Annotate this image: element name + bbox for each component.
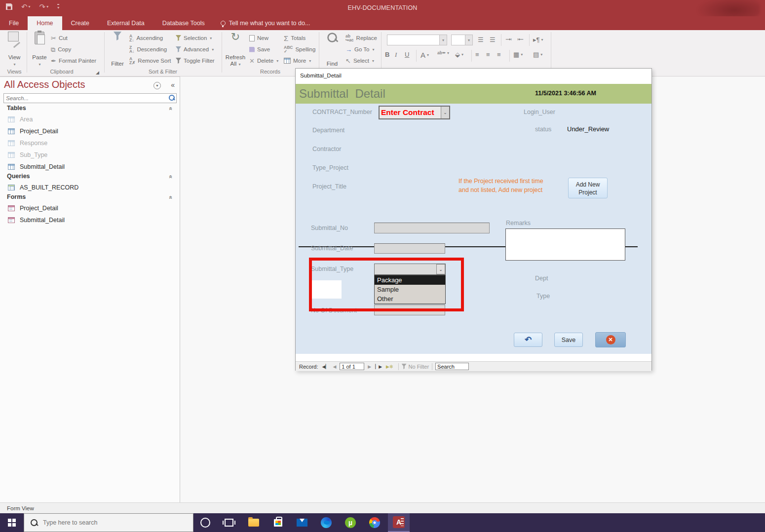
mail-button[interactable] <box>291 513 313 532</box>
tab-database-tools[interactable]: Database Tools <box>153 16 214 30</box>
clipboard-dialog-launcher[interactable]: ◢ <box>96 68 99 77</box>
format-painter-button[interactable]: ✒Format Painter <box>51 56 96 66</box>
last-record-icon[interactable]: ▏▶ <box>375 364 382 369</box>
taskbar-search-box[interactable] <box>24 513 193 532</box>
file-explorer-button[interactable] <box>243 513 265 532</box>
submittal-type-dropdown-icon[interactable]: ⌄ <box>436 264 445 274</box>
submittal-date-input[interactable] <box>374 243 445 254</box>
font-name-dropdown-icon[interactable]: ▾ <box>439 35 447 45</box>
close-form-button[interactable]: ✕ <box>595 332 626 347</box>
remarks-textarea[interactable] <box>505 228 625 261</box>
collapse-queries-icon[interactable]: « <box>168 175 175 179</box>
form-tab-title[interactable]: Submittal_Detail <box>300 73 342 78</box>
gridlines-button[interactable]: ▦▾ <box>513 51 523 58</box>
paragraph-direction-button[interactable]: ▸¶▾ <box>533 36 543 43</box>
increase-indent-button[interactable]: ⭲ <box>505 36 512 43</box>
no-of-document-input[interactable] <box>374 304 445 315</box>
cortana-button[interactable] <box>194 513 216 532</box>
previous-record-icon[interactable]: ◀ <box>333 364 336 369</box>
nav-item-project-detail-table[interactable]: Project_Detail <box>0 125 179 137</box>
new-record-button[interactable]: New <box>249 33 268 43</box>
dropdown-option-package[interactable]: Package <box>375 275 445 285</box>
tab-home[interactable]: Home <box>28 16 62 30</box>
nav-section-queries[interactable]: Queries <box>7 173 30 180</box>
nav-item-as-built-record[interactable]: AS_BUILT_RECORD <box>0 182 179 193</box>
tell-me-box[interactable]: Tell me what you want to do... <box>214 16 317 30</box>
ascending-button[interactable]: AZ↓Ascending <box>129 33 163 43</box>
record-position-box[interactable]: 1 of 1 <box>340 363 364 370</box>
add-new-project-button[interactable]: Add New Project <box>568 178 608 198</box>
start-button[interactable] <box>0 513 24 532</box>
more-button[interactable]: More▾ <box>284 56 311 66</box>
nav-item-submittal-detail-form[interactable]: Submittal_Detail <box>0 214 179 226</box>
task-view-button[interactable] <box>218 513 240 532</box>
view-button[interactable]: View▾ <box>3 32 26 68</box>
toggle-filter-button[interactable]: Toggle Filter <box>176 56 215 66</box>
dropdown-option-other[interactable]: Other <box>375 294 445 304</box>
descending-button[interactable]: ZA↓Descending <box>129 44 167 54</box>
filter-button[interactable]: Filter <box>107 32 128 68</box>
contract-dropdown-icon[interactable]: ⌄ <box>441 107 449 118</box>
find-button[interactable]: Find <box>322 32 343 68</box>
font-name-combo[interactable]: ▾ <box>387 35 447 45</box>
edge-button[interactable] <box>315 513 337 532</box>
alternate-row-color-button[interactable]: ▤▾ <box>533 51 542 58</box>
delete-record-button[interactable]: ✕Delete▾ <box>249 56 278 66</box>
decrease-indent-button[interactable]: ⭰ <box>517 36 524 43</box>
tab-file[interactable]: File <box>0 16 28 30</box>
first-record-icon[interactable]: ◀▏ <box>322 364 329 369</box>
nav-item-sub-type[interactable]: Sub_Type <box>0 149 179 160</box>
next-record-icon[interactable]: ▶ <box>368 364 371 369</box>
shutter-close-icon[interactable]: « <box>171 81 175 89</box>
copy-button[interactable]: ⧉Copy <box>51 44 71 54</box>
go-to-button[interactable]: →Go To▾ <box>345 44 375 54</box>
access-button[interactable]: A <box>388 513 410 532</box>
nav-search-button[interactable] <box>168 93 177 103</box>
nav-item-response[interactable]: Response <box>0 137 179 149</box>
chrome-button[interactable] <box>364 513 385 532</box>
font-color-button[interactable]: A▾ <box>421 51 429 59</box>
tab-external-data[interactable]: External Data <box>98 16 153 30</box>
submittal-no-input[interactable] <box>374 223 490 233</box>
nav-item-submittal-detail-table[interactable]: Submittal_Detail <box>0 161 179 172</box>
form-save-button[interactable]: Save <box>554 333 583 347</box>
microsoft-store-button[interactable] <box>267 513 289 532</box>
fill-color-button[interactable]: ⬙▾ <box>455 51 463 58</box>
dropdown-option-sample[interactable]: Sample <box>375 285 445 294</box>
submittal-type-combo[interactable]: ⌄ <box>374 264 446 275</box>
nav-search-input[interactable] <box>3 93 168 103</box>
nav-item-area[interactable]: Area <box>0 114 179 125</box>
numbering-button[interactable]: ☰ <box>490 36 496 43</box>
undo-button[interactable]: ↶ <box>514 333 542 347</box>
align-right-button[interactable]: ≡ <box>497 51 501 58</box>
no-filter-button[interactable]: No Filter <box>402 364 429 370</box>
new-record-icon[interactable]: ▶✻ <box>386 364 393 369</box>
cut-button[interactable]: ✂Cut <box>51 33 68 43</box>
remove-sort-button[interactable]: AZ✗Remove Sort <box>129 56 171 66</box>
utorrent-button[interactable]: µ <box>340 513 361 532</box>
align-center-button[interactable]: ≡ <box>486 51 490 58</box>
nav-section-forms[interactable]: Forms <box>7 193 26 200</box>
italic-button[interactable]: I <box>395 51 397 59</box>
collapse-tables-icon[interactable]: « <box>168 107 175 111</box>
font-size-dropdown-icon[interactable]: ▾ <box>465 35 472 45</box>
advanced-button[interactable]: Advanced▾ <box>176 44 214 54</box>
underline-button[interactable]: U <box>405 51 409 58</box>
bold-button[interactable]: B <box>385 51 389 58</box>
replace-button[interactable]: ab↪acReplace <box>345 33 377 43</box>
tab-create[interactable]: Create <box>62 16 99 30</box>
contract-number-combo[interactable]: Enter Contract ⌄ <box>379 106 450 119</box>
align-left-button[interactable]: ≡ <box>475 51 479 58</box>
select-button[interactable]: ↖Select▾ <box>345 56 374 66</box>
paste-button[interactable]: Paste▾ <box>30 32 49 68</box>
save-record-button[interactable]: Save <box>249 44 270 54</box>
taskbar-search-input[interactable] <box>43 519 166 526</box>
refresh-all-button[interactable]: ↻ RefreshAll ▾ <box>225 32 246 68</box>
nav-section-tables[interactable]: Tables <box>7 105 26 112</box>
record-search-input[interactable] <box>435 363 469 370</box>
selection-button[interactable]: Selection▾ <box>176 33 212 43</box>
nav-menu-icon[interactable]: ▼ <box>153 82 161 89</box>
bullets-button[interactable]: ☰ <box>478 36 484 43</box>
spelling-button[interactable]: ABC✓Spelling <box>284 44 315 54</box>
collapse-forms-icon[interactable]: « <box>168 196 175 199</box>
